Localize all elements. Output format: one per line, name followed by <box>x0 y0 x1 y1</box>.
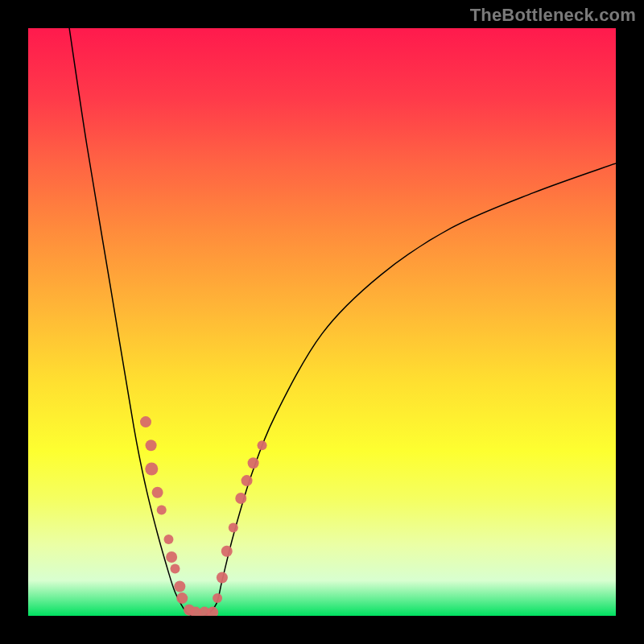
marker-point <box>157 506 167 515</box>
marker-point <box>146 440 157 451</box>
marker-point <box>235 493 246 504</box>
marker-point <box>140 416 151 427</box>
curve-right <box>192 163 616 616</box>
marker-point <box>213 593 222 603</box>
marker-point <box>145 463 158 476</box>
watermark-text: TheBottleneck.com <box>470 5 636 26</box>
marker-point <box>171 564 180 574</box>
marker-point <box>229 523 238 533</box>
marker-point <box>207 607 218 616</box>
marker-point <box>166 551 177 563</box>
marker-point <box>217 572 228 584</box>
marker-point <box>258 440 267 450</box>
curve-left <box>69 28 192 616</box>
plot-area <box>28 28 616 616</box>
marker-point <box>242 475 253 486</box>
marker-point <box>163 535 173 544</box>
chart-overlay <box>28 28 616 616</box>
marker-point <box>152 487 163 498</box>
marker-point <box>176 592 188 604</box>
marker-point <box>174 581 185 592</box>
marker-point <box>248 457 259 469</box>
marker-point <box>221 546 233 557</box>
marker-group <box>140 416 267 616</box>
outer-frame: TheBottleneck.com <box>0 0 644 644</box>
